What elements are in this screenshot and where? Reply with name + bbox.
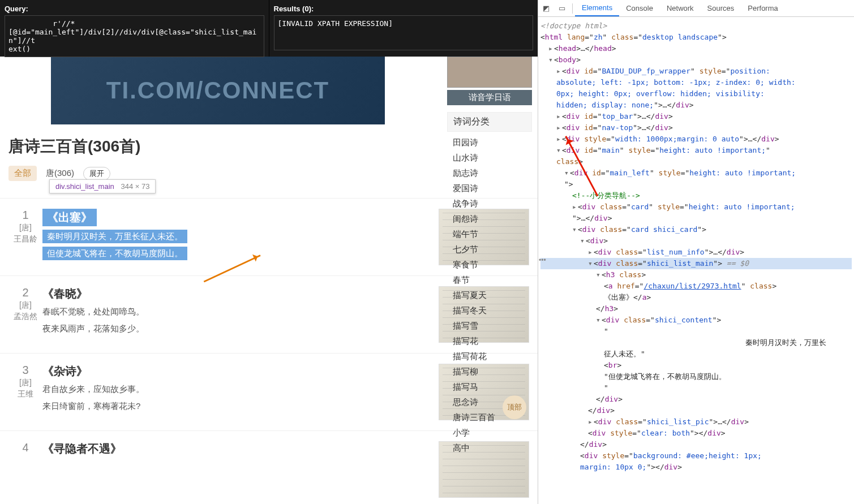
category-link[interactable]: 描写马 <box>453 380 526 395</box>
dom-line[interactable]: </div> <box>540 439 852 450</box>
dom-line[interactable]: <!--小分类导航--> <box>540 190 852 201</box>
dom-line[interactable]: class> <box>540 156 852 167</box>
dom-line[interactable]: hidden; display: none;">…</div> <box>540 100 852 111</box>
inspect-tooltip: div.shici_list_main 344 × 73 <box>49 179 156 193</box>
poem-meta: 2 [唐] 孟浩然 <box>8 286 42 343</box>
poem-line: 来日绮窗前，寒梅著花未? <box>42 399 140 413</box>
dom-line[interactable]: <div style="clear: both"></div> <box>540 428 852 439</box>
dom-line[interactable]: ▾<h3 class> <box>540 269 852 281</box>
devtools-tab[interactable]: Performa <box>741 0 784 16</box>
dom-line[interactable]: <a href="/chaxun/list/2973.html" class> <box>540 281 852 292</box>
category-link[interactable]: 励志诗 <box>453 166 526 181</box>
category-link[interactable]: 田园诗 <box>453 135 526 150</box>
poem-meta: 4 <box>8 441 42 498</box>
dom-line[interactable]: <div style="background: #eee;height: 1px… <box>540 450 852 462</box>
back-to-top-button[interactable]: 顶部 <box>503 395 526 419</box>
dom-line[interactable]: ▾<div class="shici_list_main"> == $0 <box>540 258 852 269</box>
poem-line: 但使龙城飞将在，不教胡马度阴山。 <box>42 247 187 260</box>
dom-line[interactable]: 秦时明月汉时关，万里长 <box>540 337 852 348</box>
dom-line[interactable]: 《出塞》</a> <box>540 292 852 303</box>
dom-line[interactable]: ▸<div id="nav-top">…</div> <box>540 122 852 133</box>
expand-button[interactable]: 展开 <box>83 167 110 180</box>
sidebar-ad-image[interactable] <box>447 57 532 88</box>
poem-author: 王昌龄 <box>8 234 42 244</box>
dom-line[interactable]: ▸<div id="top_bar">…</div> <box>540 111 852 122</box>
dom-line[interactable]: ▸<div class="shici_list_pic">…</div> <box>540 416 852 428</box>
category-link[interactable]: 七夕节 <box>453 242 526 257</box>
dom-line[interactable]: "> <box>540 179 852 190</box>
filter-all[interactable]: 全部 <box>8 166 37 181</box>
category-link[interactable]: 描写冬天 <box>453 303 526 318</box>
inspect-icon[interactable]: ◩ <box>538 4 554 12</box>
dom-line[interactable]: ">…</div> <box>540 213 852 224</box>
dom-line[interactable]: ▸<div id="BAIDU_DUP_fp_wrapper" style="p… <box>540 66 852 77</box>
dom-line[interactable]: ▾<div class="card shici_card"> <box>540 224 852 235</box>
dom-line[interactable]: 0px; height: 0px; overflow: hidden; visi… <box>540 88 852 100</box>
poem-meta: 1 [唐] 王昌龄 <box>8 209 42 265</box>
poem-line: 秦时明月汉时关，万里长征人未还。 <box>42 230 187 243</box>
device-icon[interactable]: ▭ <box>554 4 570 12</box>
dom-line[interactable]: ▸<div class="card" style="height: auto !… <box>540 201 852 213</box>
poem-line: 君自故乡来，应知故乡事。 <box>42 382 144 396</box>
dom-line[interactable]: </div> <box>540 394 852 405</box>
selected-line-dots[interactable]: ••• <box>539 256 546 264</box>
dom-line[interactable]: ▾<div class="shici_content"> <box>540 315 852 326</box>
dom-line[interactable]: ▸<div class="list_num_info">…</div> <box>540 247 852 258</box>
dom-line[interactable]: ▾<div id="main" style="height: auto !imp… <box>540 145 852 156</box>
tooltip-selector: div.shici_list_main <box>55 182 114 191</box>
category-link[interactable]: 寒食节 <box>453 257 526 273</box>
poem-dynasty: [唐] <box>8 378 42 388</box>
poem-number: 3 <box>8 364 42 377</box>
category-link[interactable]: 描写花 <box>453 334 526 349</box>
category-link[interactable]: 闺怨诗 <box>453 212 526 227</box>
ad-banner[interactable]: TI.COM/CONNECT <box>51 57 385 124</box>
poem-title[interactable]: 《出塞》 <box>42 209 97 226</box>
poem-line: 春眠不觉晓，处处闻啼鸟。 <box>42 305 144 318</box>
devtools-tab[interactable]: Sources <box>701 0 741 16</box>
dom-line[interactable]: 征人未还。" <box>540 348 852 360</box>
filter-tang[interactable]: 唐(306) <box>40 166 80 181</box>
dom-line[interactable]: <br> <box>540 360 852 371</box>
poem-author: 王维 <box>8 389 42 399</box>
dom-line[interactable]: ▸<head>…</head> <box>540 43 852 54</box>
dom-line[interactable]: "但使龙城飞将在，不教胡马度阴山。 <box>540 371 852 382</box>
category-link[interactable]: 描写夏天 <box>453 288 526 303</box>
query-input[interactable]: r'//* [@id="main_left"]/div[2]//div/div[… <box>5 15 264 57</box>
dom-line[interactable]: absolute; left: -1px; bottom: -1px; z-in… <box>540 77 852 88</box>
poem-number: 2 <box>8 286 42 299</box>
dom-line[interactable]: <!doctype html> <box>540 20 852 32</box>
poem-meta: 3 [唐] 王维 <box>8 364 42 420</box>
category-link[interactable]: 爱国诗 <box>453 181 526 196</box>
tooltip-dims: 344 × 73 <box>121 182 149 191</box>
category-link[interactable]: 小学 <box>453 425 526 441</box>
dom-line[interactable]: ▾<body> <box>540 54 852 66</box>
devtools-tab[interactable]: Console <box>619 0 660 16</box>
category-link[interactable]: 战争诗 <box>453 196 526 212</box>
category-link[interactable]: 描写柳 <box>453 364 526 380</box>
category-link[interactable]: 山水诗 <box>453 150 526 166</box>
devtools-tab[interactable]: Elements <box>575 0 619 16</box>
category-link[interactable]: 描写雪 <box>453 318 526 334</box>
dom-line[interactable]: <html lang="zh" class="desktop landscape… <box>540 32 852 43</box>
query-label: Query: <box>5 5 264 13</box>
sidebar-heading: 诗词分类 <box>447 112 532 132</box>
poem-title[interactable]: 《杂诗》 <box>42 364 88 379</box>
devtools-tab[interactable]: Network <box>660 0 701 16</box>
dom-line[interactable]: ▾<div> <box>540 235 852 247</box>
xpath-query-overlay: Query: r'//* [@id="main_left"]/div[2]//d… <box>0 0 538 57</box>
category-link[interactable]: 端午节 <box>453 227 526 242</box>
dom-tree[interactable]: <!doctype html><html lang="zh" class="de… <box>538 17 854 504</box>
poem-dynasty: [唐] <box>8 223 42 233</box>
poem-title[interactable]: 《寻隐者不遇》 <box>42 441 122 456</box>
category-link[interactable]: 描写荷花 <box>453 349 526 364</box>
dom-line[interactable]: " <box>540 326 852 337</box>
sidebar-ad-label[interactable]: 谐音学日语 <box>447 90 532 105</box>
dom-line[interactable]: </div> <box>540 405 852 416</box>
category-link[interactable]: 春节 <box>453 273 526 288</box>
dom-line[interactable]: </h3> <box>540 303 852 315</box>
category-link[interactable]: 高中 <box>453 441 526 456</box>
dom-line[interactable]: " <box>540 382 852 394</box>
dom-line[interactable]: margin: 10px 0;"></div> <box>540 462 852 473</box>
poem-title[interactable]: 《春晓》 <box>42 286 88 301</box>
dom-line[interactable]: ▸<div style="width: 1000px;margin: 0 aut… <box>540 133 852 145</box>
